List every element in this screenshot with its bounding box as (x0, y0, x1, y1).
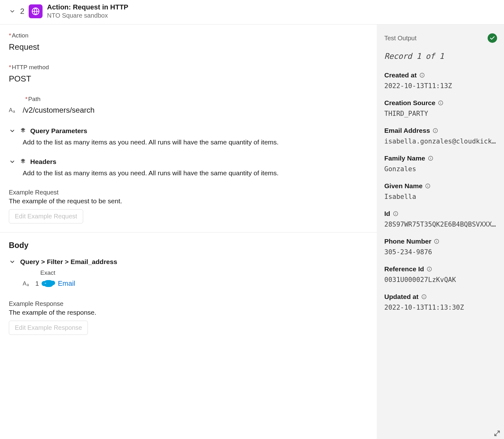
info-icon[interactable] (432, 128, 438, 133)
output-field: Creation Source THIRD_PARTY (384, 99, 497, 117)
query-parameters-section[interactable]: Query Parameters (9, 127, 368, 135)
step-number: 2 (20, 7, 24, 16)
svg-point-32 (424, 295, 424, 296)
output-field-label: Updated at (384, 293, 427, 301)
info-icon[interactable] (438, 100, 444, 106)
output-field: Created at 2022-10-13T11:13Z (384, 71, 497, 90)
output-field-label: Creation Source (384, 99, 444, 107)
svg-point-8 (422, 74, 422, 75)
headers-title: Headers (30, 158, 56, 166)
svg-point-20 (428, 185, 428, 185)
svg-marker-5 (21, 161, 26, 164)
chevron-down-icon (9, 258, 16, 265)
output-field: Updated at 2022-10-13T11:13:30Z (384, 293, 497, 311)
text-type-icon: Aa (9, 107, 17, 114)
edit-example-request-button[interactable]: Edit Example Request (9, 209, 83, 223)
info-icon[interactable] (434, 239, 439, 244)
output-field: Reference Id 0031U000027LzKvQAK (384, 265, 497, 284)
svg-marker-3 (21, 130, 26, 133)
step-header: 2 Action: Request in HTTP NTO Square san… (0, 0, 504, 25)
text-type-icon: Aa (23, 280, 31, 287)
svg-point-11 (440, 102, 441, 102)
record-counter: Record 1 of 1 (384, 52, 497, 61)
headers-section[interactable]: Headers (9, 158, 368, 166)
query-parameters-title: Query Parameters (30, 127, 87, 135)
svg-point-26 (437, 240, 437, 241)
output-field-value: 2022-10-13T11:13:30Z (384, 304, 496, 311)
action-value[interactable]: Request (9, 42, 368, 52)
example-response-label: Example Response (9, 300, 368, 307)
email-field-pill[interactable]: Email (58, 279, 75, 288)
action-label: *Action (9, 32, 368, 39)
output-field-value: Isabella (384, 193, 496, 200)
edit-example-response-button[interactable]: Edit Example Response (9, 321, 88, 335)
config-panel: *Action Request *HTTP method POST *Path … (0, 25, 377, 439)
step-title: Action: Request in HTTP (47, 3, 128, 11)
http-method-label: *HTTP method (9, 64, 368, 71)
example-request-label: Example Request (9, 189, 368, 196)
svg-line-33 (497, 431, 500, 433)
output-field: Email Address isabella.gonzales@cloudkic… (384, 127, 497, 145)
query-parameters-desc: Add to the list as many items as you nee… (9, 138, 368, 146)
svg-line-34 (495, 434, 497, 436)
headers-desc: Add to the list as many items as you nee… (9, 169, 368, 177)
output-field-value: THIRD_PARTY (384, 110, 496, 117)
svg-point-29 (429, 268, 430, 268)
svg-point-17 (430, 157, 431, 158)
output-field-label: Id (384, 210, 398, 217)
collapse-chevron-icon[interactable] (9, 8, 16, 15)
output-field-value: Gonzales (384, 165, 496, 173)
path-label: *Path (25, 96, 368, 103)
svg-point-14 (435, 129, 436, 130)
divider (0, 232, 377, 233)
output-field-label: Created at (384, 71, 425, 79)
output-field: Given Name Isabella (384, 182, 497, 200)
output-field: Id 28S97WR75T35QK2E6B4BQBSVXXXXXXXX (384, 210, 497, 228)
output-field-label: Family Name (384, 155, 433, 162)
output-field-label: Phone Number (384, 238, 439, 245)
output-field-value: isabella.gonzales@cloudkicks.example (384, 138, 496, 145)
info-icon[interactable] (419, 72, 425, 78)
body-breadcrumb: Query > Filter > Email_address (20, 258, 117, 266)
path-value[interactable]: /v2/customers/search (23, 106, 94, 115)
svg-point-23 (395, 212, 396, 213)
step-subtitle: NTO Square sandbox (47, 12, 128, 19)
output-field-list: Created at 2022-10-13T11:13ZCreation Sou… (384, 71, 497, 311)
output-field: Phone Number 305-234-9876 (384, 238, 497, 256)
chevron-down-icon (9, 127, 16, 134)
output-field-value: 28S97WR75T35QK2E6B4BQBSVXXXXXXXX (384, 221, 496, 228)
example-response-desc: The example of the response. (9, 309, 368, 316)
info-icon[interactable] (393, 211, 398, 217)
output-field-value: 2022-10-13T11:13Z (384, 82, 496, 90)
body-path-section[interactable]: Query > Filter > Email_address (9, 258, 368, 266)
output-field-label: Reference Id (384, 265, 432, 273)
http-method-value[interactable]: POST (9, 74, 368, 84)
layers-icon (20, 127, 26, 134)
test-output-label: Test Output (384, 35, 416, 42)
exact-label: Exact (40, 269, 368, 276)
info-icon[interactable] (425, 183, 431, 189)
info-icon[interactable] (428, 155, 433, 161)
output-field-value: 0031U000027LzKvQAK (384, 276, 496, 284)
output-field: Family Name Gonzales (384, 155, 497, 173)
example-request-desc: The example of the request to be sent. (9, 197, 368, 205)
output-field-value: 305-234-9876 (384, 248, 496, 256)
info-icon[interactable] (421, 294, 427, 300)
chevron-down-icon (9, 158, 16, 165)
body-title: Body (9, 241, 368, 250)
output-field-label: Email Address (384, 127, 438, 134)
http-app-icon (29, 4, 43, 18)
item-index: 1 (35, 280, 39, 287)
layers-icon (20, 158, 26, 165)
expand-panel-icon[interactable] (494, 430, 500, 438)
test-output-panel: Test Output Record 1 of 1 Created at 202… (377, 25, 504, 439)
output-field-label: Given Name (384, 182, 431, 190)
info-icon[interactable] (427, 266, 432, 272)
salesforce-icon: sf (43, 280, 54, 287)
success-check-icon (488, 33, 497, 43)
